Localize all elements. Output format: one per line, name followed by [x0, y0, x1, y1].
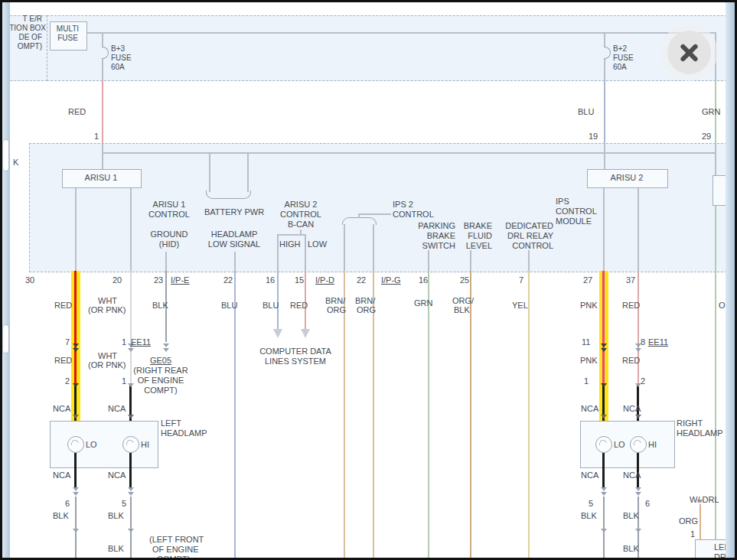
connector-chevron — [601, 415, 607, 418]
wire-color-label: BLK — [108, 544, 124, 553]
wire — [277, 234, 279, 271]
wire-grn — [428, 271, 429, 560]
wire-blu — [277, 271, 279, 329]
wire — [470, 250, 471, 271]
module-label: (HID) — [140, 239, 198, 249]
pin-label: 6 — [65, 499, 70, 508]
wire-color-label: BLU — [578, 107, 594, 116]
pin-label: 22 — [223, 275, 233, 285]
connector-chevron — [635, 492, 641, 496]
wire-color-label: PNK — [580, 301, 598, 310]
wire — [75, 187, 77, 271]
cutoff-text: K — [13, 158, 18, 167]
module-label: GROUND — [140, 230, 198, 239]
pin-label: 22 — [357, 275, 366, 285]
arisu2-label: ARISU 2 — [587, 173, 667, 182]
connector-chevron — [163, 348, 169, 352]
nca-label: NCA — [581, 404, 598, 413]
module-label: CONTROL — [556, 207, 597, 216]
wire-blu — [234, 271, 236, 560]
wire-org-blk — [470, 271, 471, 560]
offpage-arrow-icon — [273, 329, 282, 338]
module-label: CONTROL — [272, 210, 330, 219]
wire — [277, 234, 306, 236]
arisu1-label: ARISU 1 — [62, 173, 140, 182]
pin-label: 1 — [122, 376, 126, 386]
component-label: HEADLAMP — [161, 428, 207, 438]
close-button[interactable] — [667, 31, 711, 74]
wire-color-label: RED — [54, 301, 72, 310]
offpage-arrow-icon — [301, 329, 310, 338]
ground-label: COMPT) — [126, 386, 195, 395]
pin-label: 6 — [645, 499, 650, 508]
pin-label: 1 — [584, 376, 589, 386]
bulb-hi-icon — [630, 436, 647, 453]
wire — [359, 213, 391, 215]
wire — [247, 152, 249, 192]
wire-color-label: BLK — [623, 511, 639, 520]
wire — [604, 58, 605, 80]
connector-chevron — [73, 492, 79, 496]
connector-chevron — [128, 348, 134, 352]
fuse-label: 60A — [111, 63, 125, 71]
wire — [373, 224, 374, 271]
connector-chevron — [73, 383, 79, 387]
fuse-label: B+3 — [111, 44, 125, 53]
wire-color-label: (OR PNK) — [88, 305, 126, 314]
bracket — [206, 190, 251, 199]
connector-label: EE11 — [131, 337, 151, 347]
connector-chevron — [163, 343, 169, 347]
scroll-thumb[interactable] — [3, 140, 8, 171]
fuse-label: B+2 — [613, 44, 627, 53]
ips-module-panel — [29, 143, 727, 272]
multi-fuse-label: MULTI — [50, 24, 86, 33]
component-label: RIGHT — [677, 418, 703, 428]
wire-color-label: BLK — [152, 301, 168, 310]
pin-label: 7 — [519, 275, 523, 285]
nca-label: NCA — [108, 404, 126, 413]
wire-blu — [604, 80, 605, 143]
wire — [102, 58, 103, 80]
wire — [358, 213, 360, 218]
nca-label: NCA — [623, 470, 641, 480]
wire-color-label: RED — [622, 301, 640, 310]
module-label: DRL RELAY — [497, 231, 553, 240]
wire-color-label: BRN/ — [325, 296, 345, 305]
pin-label: 20 — [113, 275, 122, 285]
bulb-lo-icon — [67, 436, 84, 453]
pin-label: 8 — [641, 337, 645, 347]
module-label: B-CAN — [272, 220, 330, 229]
connector-chevron — [601, 487, 607, 491]
fuse-label: FUSE — [111, 54, 132, 62]
module-label: HIGH — [279, 239, 301, 249]
pin-label: 5 — [589, 499, 593, 508]
scroll-thumb[interactable] — [3, 325, 8, 353]
connector-chevron — [128, 487, 134, 491]
bulb-label: LO — [614, 440, 625, 449]
wire-color-label: BLU — [221, 301, 237, 310]
pin-label: 5 — [122, 499, 126, 508]
module-label: IPS — [556, 197, 569, 206]
component-label: HEADLAMP — [677, 428, 723, 438]
connector-chevron — [73, 343, 79, 347]
wire — [344, 224, 345, 271]
wire — [305, 234, 306, 271]
wire-color-label: YEL — [512, 301, 528, 310]
pin-label: 27 — [583, 275, 592, 285]
module-label: LOW SIGNAL — [200, 239, 269, 249]
pin-label: 19 — [589, 132, 598, 141]
wire — [165, 252, 167, 271]
wire-nca — [129, 453, 132, 489]
connector-label: I/P-G — [381, 275, 401, 285]
wire-color-label: BLK — [581, 511, 597, 520]
wire — [86, 32, 716, 34]
nca-label: NCA — [623, 404, 641, 413]
nca-label: NCA — [581, 470, 598, 480]
module-label: IPS 2 — [393, 200, 413, 209]
pin-label: 15 — [295, 275, 304, 285]
module-label: MODULE — [556, 217, 592, 226]
pin-label: 16 — [419, 275, 428, 285]
ground-label: OF ENGINE — [126, 376, 195, 385]
module-label: BATTERY PWR — [200, 207, 269, 217]
module-label: ARISU 1 — [140, 200, 198, 209]
